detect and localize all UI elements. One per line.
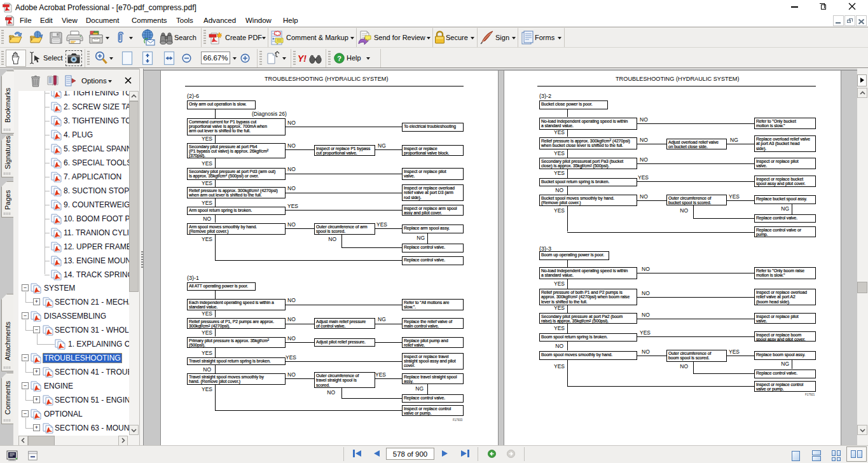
svg-text:?: ? — [337, 55, 341, 62]
